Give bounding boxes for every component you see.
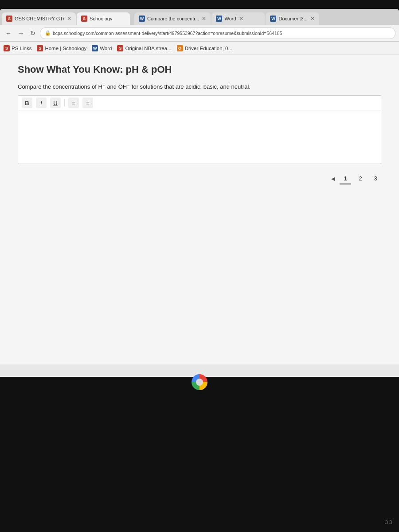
refresh-button[interactable]: ↻ [28, 29, 37, 38]
bookmark-s-icon-3: S [117, 45, 123, 51]
chrome-circle-inner [196, 379, 203, 386]
bookmark-ps-links-label: PS Links [12, 46, 31, 51]
bookmark-driver-ed[interactable]: O Driver Education, 0... [177, 45, 232, 51]
underline-button[interactable]: U [50, 98, 61, 108]
schoology-favicon: S [6, 16, 12, 22]
editor-toolbar: B I U ≡ ≡ [18, 96, 381, 110]
page-num-3[interactable]: 3 [370, 173, 381, 184]
tab-word-close[interactable]: ✕ [239, 16, 243, 22]
tab-document-close[interactable]: ✕ [310, 16, 315, 22]
bookmark-s-icon-1: S [4, 45, 10, 51]
bookmarks-bar: S PS Links S Home | Schoology W Word S O… [0, 42, 399, 55]
tab-compare-concentr[interactable]: W Compare the concentr... ✕ [134, 12, 211, 25]
prev-page-button[interactable]: ◄ [330, 175, 336, 182]
bookmark-schoology-home-label: Home | Schoology [45, 46, 86, 51]
system-tray: 3 3 [385, 520, 392, 525]
tab-gss-chemistry[interactable]: S GSS CHEMISTRY GT/ ✕ [2, 12, 76, 25]
page-title: Show What You Know: pH & pOH [18, 64, 381, 75]
bookmark-nba[interactable]: S Original NBA strea... [117, 45, 171, 51]
tab-gss-close[interactable]: ✕ [67, 16, 71, 22]
tab-gss-label: GSS CHEMISTRY GT/ [15, 16, 64, 21]
tab-document-label: Document3... [278, 16, 307, 21]
lock-icon: 🔒 [45, 30, 51, 36]
bookmark-nba-label: Original NBA strea... [125, 46, 171, 51]
tab-schoology[interactable]: S Schoology [77, 12, 130, 25]
system-time: 3 3 [385, 520, 392, 525]
tab-word-label: Word [224, 16, 236, 21]
bookmark-ps-links[interactable]: S PS Links [4, 45, 31, 51]
address-text: bcps.schoology.com/common-assessment-del… [53, 31, 282, 36]
bookmark-word[interactable]: W Word [92, 45, 112, 51]
nav-bar: ← → ↻ 🔒 bcps.schoology.com/common-assess… [0, 25, 399, 42]
address-bar[interactable]: 🔒 bcps.schoology.com/common-assessment-d… [40, 27, 395, 39]
bookmark-s-icon-2: S [37, 45, 43, 51]
browser-window: S GSS CHEMISTRY GT/ ✕ S Schoology W Comp… [0, 9, 399, 377]
question-text: Compare the concentrations of H⁺ and OH⁻… [18, 83, 381, 90]
tab-bar: S GSS CHEMISTRY GT/ ✕ S Schoology W Comp… [0, 9, 399, 25]
word-favicon-1: W [139, 16, 145, 22]
toolbar-divider-1 [64, 99, 65, 107]
forward-button[interactable]: → [16, 29, 26, 38]
word-favicon-2: W [216, 16, 222, 22]
back-button[interactable]: ← [4, 29, 13, 38]
bookmark-w-icon-1: W [92, 45, 98, 51]
page-num-2[interactable]: 2 [355, 173, 366, 184]
italic-button[interactable]: I [36, 98, 47, 108]
list-button-1[interactable]: ≡ [68, 98, 79, 108]
bookmark-o-icon: O [177, 45, 183, 51]
chrome-taskbar-icon[interactable] [192, 374, 207, 390]
tab-document[interactable]: W Document3... ✕ [266, 12, 319, 25]
bookmark-schoology-home[interactable]: S Home | Schoology [37, 45, 86, 51]
list-button-2[interactable]: ≡ [82, 98, 93, 108]
tab-schoology-label: Schoology [90, 16, 112, 21]
page-content: Show What You Know: pH & pOH Compare the… [0, 55, 399, 364]
word-favicon-3: W [270, 16, 276, 22]
tab-compare-close[interactable]: ✕ [202, 16, 206, 22]
bookmark-word-label: Word [100, 46, 112, 51]
schoology-favicon-2: S [81, 16, 87, 22]
bottom-dark-area [0, 377, 399, 532]
pagination: ◄ 1 2 3 [18, 173, 381, 184]
tab-word[interactable]: W Word ✕ [211, 12, 265, 25]
editor-body[interactable] [18, 110, 381, 164]
tab-compare-label: Compare the concentr... [147, 16, 199, 21]
bookmark-driver-ed-label: Driver Education, 0... [185, 46, 232, 51]
text-editor: B I U ≡ ≡ [18, 95, 381, 164]
page-num-1[interactable]: 1 [340, 173, 351, 184]
bold-button[interactable]: B [22, 98, 32, 108]
